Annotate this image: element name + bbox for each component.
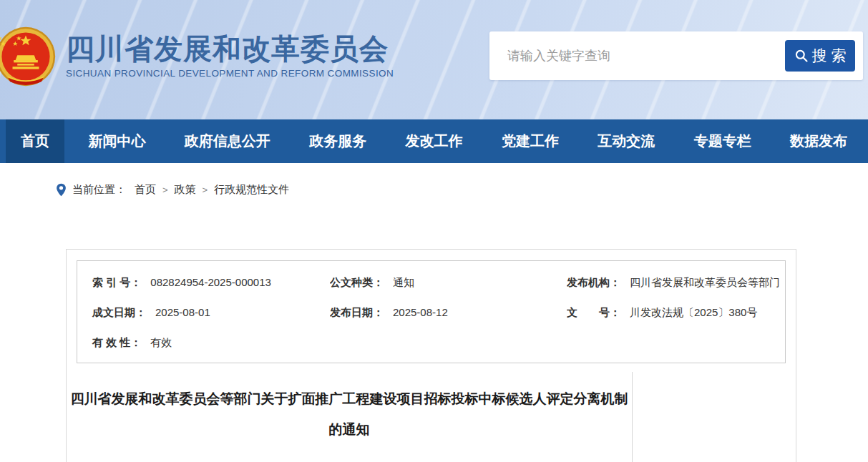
search-icon	[794, 49, 809, 63]
nav-item-news[interactable]: 新闻中心	[73, 119, 160, 163]
meta-index-number: 索 引 号：082824954-2025-000013	[77, 276, 330, 290]
location-pin-icon	[56, 183, 67, 197]
breadcrumb-label: 当前位置：	[72, 183, 126, 197]
search-input[interactable]	[489, 31, 776, 80]
document-body: 四川省发展和改革委员会等部门关于扩面推广工程建设项目招标投标中标候选人评定分离机…	[67, 363, 796, 462]
breadcrumb-home[interactable]: 首页	[135, 183, 156, 197]
breadcrumb-normative-docs[interactable]: 行政规范性文件	[214, 183, 289, 197]
meta-issuing-agency: 发布机构：四川省发展和改革委员会等部门	[567, 276, 785, 290]
nav-item-party-building[interactable]: 党建工作	[487, 119, 574, 163]
meta-publish-date: 发布日期：2025-08-12	[330, 306, 567, 320]
search-bar: 搜 索	[489, 31, 863, 80]
breadcrumb-separator: >	[162, 185, 168, 195]
site-logo-link[interactable]: 四川省发展和改革委员会 SICHUAN PROVINCIAL DEVELOPME…	[0, 26, 394, 87]
nav-item-home[interactable]: 首页	[6, 119, 64, 163]
nav-item-ndrc-work[interactable]: 发改工作	[391, 119, 478, 163]
meta-validity: 有 效 性：有效	[77, 336, 330, 350]
document-title: 四川省发展和改革委员会等部门关于扩面推广工程建设项目招标投标中标候选人评定分离机…	[69, 383, 629, 445]
site-title: 四川省发展和改革委员会	[66, 33, 394, 64]
nav-item-services[interactable]: 政务服务	[294, 119, 381, 163]
site-subtitle: SICHUAN PROVINCIAL DEVELOPMENT AND REFOR…	[66, 68, 394, 79]
breadcrumb-policy[interactable]: 政策	[175, 183, 196, 197]
search-button-label: 搜 索	[812, 46, 847, 66]
nav-item-interaction[interactable]: 互动交流	[582, 119, 670, 163]
right-side-panel	[632, 372, 796, 462]
nav-item-gov-info[interactable]: 政府信息公开	[170, 119, 286, 163]
document-container: 索 引 号：082824954-2025-000013 公文种类：通知 发布机构…	[66, 249, 796, 462]
search-button[interactable]: 搜 索	[785, 40, 855, 72]
document-meta-table: 索 引 号：082824954-2025-000013 公文种类：通知 发布机构…	[77, 260, 786, 363]
meta-doc-number: 文 号：川发改法规〔2025〕380号	[567, 306, 785, 320]
site-title-block: 四川省发展和改革委员会 SICHUAN PROVINCIAL DEVELOPME…	[66, 26, 394, 79]
site-header: 四川省发展和改革委员会 SICHUAN PROVINCIAL DEVELOPME…	[0, 0, 868, 119]
national-emblem-icon	[0, 26, 56, 87]
main-nav: 首页 新闻中心 政府信息公开 政务服务 发改工作 党建工作 互动交流 专题专栏 …	[0, 119, 868, 163]
meta-written-date: 成文日期：2025-08-01	[77, 306, 330, 320]
article-column: 四川省发展和改革委员会等部门关于扩面推广工程建设项目招标投标中标候选人评定分离机…	[67, 363, 632, 462]
meta-doc-type: 公文种类：通知	[330, 276, 567, 290]
breadcrumb: 当前位置： 首页 > 政策 > 行政规范性文件	[0, 163, 868, 197]
breadcrumb-separator: >	[203, 185, 208, 195]
nav-item-data-release[interactable]: 数据发布	[775, 119, 862, 163]
nav-item-special-topics[interactable]: 专题专栏	[679, 119, 766, 163]
